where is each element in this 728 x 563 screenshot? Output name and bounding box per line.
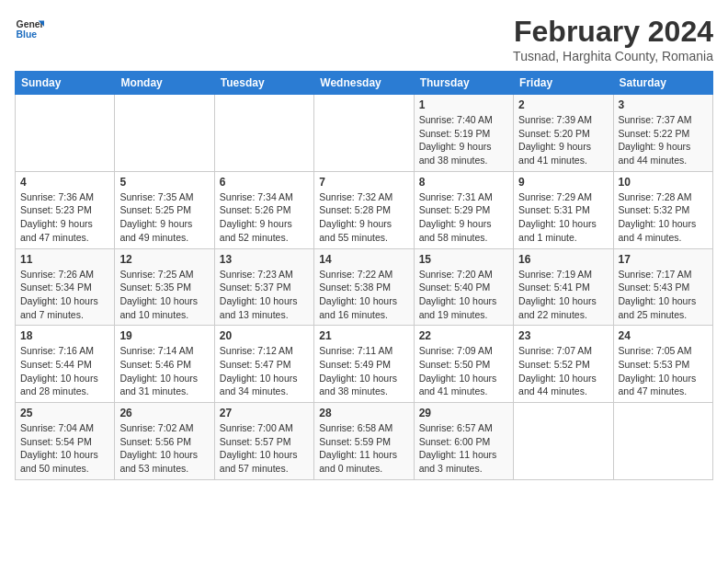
day-cell bbox=[214, 95, 313, 172]
day-number: 18 bbox=[20, 329, 109, 342]
day-cell bbox=[314, 95, 414, 172]
svg-text:Blue: Blue bbox=[17, 29, 38, 40]
day-info: Sunrise: 7:17 AM Sunset: 5:43 PM Dayligh… bbox=[619, 268, 708, 322]
day-cell: 7Sunrise: 7:32 AM Sunset: 5:28 PM Daylig… bbox=[314, 171, 414, 248]
day-info: Sunrise: 6:57 AM Sunset: 6:00 PM Dayligh… bbox=[419, 421, 508, 476]
day-cell: 17Sunrise: 7:17 AM Sunset: 5:43 PM Dayli… bbox=[613, 248, 712, 326]
day-number: 29 bbox=[419, 407, 508, 419]
calendar-title: February 2024 bbox=[513, 15, 713, 49]
day-cell: 10Sunrise: 7:28 AM Sunset: 5:32 PM Dayli… bbox=[613, 171, 712, 248]
logo: General Blue bbox=[15, 15, 44, 44]
day-cell: 18Sunrise: 7:16 AM Sunset: 5:44 PM Dayli… bbox=[16, 326, 115, 403]
weekday-header-thursday: Thursday bbox=[414, 72, 513, 95]
day-cell: 16Sunrise: 7:19 AM Sunset: 5:41 PM Dayli… bbox=[514, 248, 613, 326]
day-cell: 22Sunrise: 7:09 AM Sunset: 5:50 PM Dayli… bbox=[414, 326, 513, 403]
day-number: 28 bbox=[319, 407, 408, 419]
day-number: 12 bbox=[119, 253, 209, 266]
day-number: 27 bbox=[220, 407, 309, 419]
day-cell bbox=[16, 95, 115, 172]
calendar-table: SundayMondayTuesdayWednesdayThursdayFrid… bbox=[15, 71, 713, 480]
day-cell bbox=[613, 403, 712, 480]
day-cell: 19Sunrise: 7:14 AM Sunset: 5:46 PM Dayli… bbox=[115, 326, 214, 403]
day-number: 16 bbox=[518, 253, 608, 266]
day-info: Sunrise: 7:04 AM Sunset: 5:54 PM Dayligh… bbox=[20, 421, 109, 476]
day-cell: 4Sunrise: 7:36 AM Sunset: 5:23 PM Daylig… bbox=[16, 171, 115, 248]
day-number: 7 bbox=[319, 176, 408, 189]
day-number: 11 bbox=[20, 253, 109, 266]
day-cell: 2Sunrise: 7:39 AM Sunset: 5:20 PM Daylig… bbox=[514, 95, 613, 172]
day-info: Sunrise: 7:28 AM Sunset: 5:32 PM Dayligh… bbox=[619, 190, 708, 245]
day-number: 2 bbox=[518, 98, 608, 111]
day-number: 8 bbox=[419, 176, 508, 189]
day-cell: 13Sunrise: 7:23 AM Sunset: 5:37 PM Dayli… bbox=[214, 248, 313, 326]
calendar-subtitle: Tusnad, Harghita County, Romania bbox=[513, 49, 713, 63]
day-info: Sunrise: 7:40 AM Sunset: 5:19 PM Dayligh… bbox=[419, 113, 508, 167]
day-number: 24 bbox=[619, 329, 708, 342]
day-info: Sunrise: 7:35 AM Sunset: 5:25 PM Dayligh… bbox=[119, 190, 209, 245]
weekday-header-wednesday: Wednesday bbox=[314, 72, 414, 95]
day-info: Sunrise: 7:11 AM Sunset: 5:49 PM Dayligh… bbox=[319, 344, 408, 398]
day-number: 26 bbox=[119, 407, 209, 419]
day-info: Sunrise: 6:58 AM Sunset: 5:59 PM Dayligh… bbox=[319, 421, 408, 476]
day-info: Sunrise: 7:22 AM Sunset: 5:38 PM Dayligh… bbox=[319, 268, 408, 322]
day-info: Sunrise: 7:25 AM Sunset: 5:35 PM Dayligh… bbox=[119, 268, 209, 322]
day-cell: 24Sunrise: 7:05 AM Sunset: 5:53 PM Dayli… bbox=[613, 326, 712, 403]
day-info: Sunrise: 7:00 AM Sunset: 5:57 PM Dayligh… bbox=[220, 421, 309, 476]
day-info: Sunrise: 7:09 AM Sunset: 5:50 PM Dayligh… bbox=[419, 344, 508, 398]
weekday-header-monday: Monday bbox=[115, 72, 214, 95]
day-number: 22 bbox=[419, 329, 508, 342]
day-info: Sunrise: 7:29 AM Sunset: 5:31 PM Dayligh… bbox=[518, 190, 608, 245]
day-number: 13 bbox=[220, 253, 309, 266]
day-number: 4 bbox=[20, 176, 109, 189]
day-number: 1 bbox=[419, 98, 508, 111]
day-info: Sunrise: 7:37 AM Sunset: 5:22 PM Dayligh… bbox=[619, 113, 708, 167]
day-cell bbox=[115, 95, 214, 172]
day-cell: 1Sunrise: 7:40 AM Sunset: 5:19 PM Daylig… bbox=[414, 95, 513, 172]
day-number: 14 bbox=[319, 253, 408, 266]
day-info: Sunrise: 7:12 AM Sunset: 5:47 PM Dayligh… bbox=[220, 344, 309, 398]
day-info: Sunrise: 7:07 AM Sunset: 5:52 PM Dayligh… bbox=[518, 344, 608, 398]
day-number: 25 bbox=[20, 407, 109, 419]
day-cell: 11Sunrise: 7:26 AM Sunset: 5:34 PM Dayli… bbox=[16, 248, 115, 326]
week-row-2: 4Sunrise: 7:36 AM Sunset: 5:23 PM Daylig… bbox=[16, 171, 713, 248]
day-number: 21 bbox=[319, 329, 408, 342]
day-info: Sunrise: 7:23 AM Sunset: 5:37 PM Dayligh… bbox=[220, 268, 309, 322]
day-number: 10 bbox=[619, 176, 708, 189]
day-info: Sunrise: 7:39 AM Sunset: 5:20 PM Dayligh… bbox=[518, 113, 608, 167]
page-header: General Blue February 2024 Tusnad, Hargh… bbox=[15, 15, 713, 63]
day-number: 6 bbox=[220, 176, 309, 189]
day-cell: 3Sunrise: 7:37 AM Sunset: 5:22 PM Daylig… bbox=[613, 95, 712, 172]
day-info: Sunrise: 7:34 AM Sunset: 5:26 PM Dayligh… bbox=[220, 190, 309, 245]
day-cell: 28Sunrise: 6:58 AM Sunset: 5:59 PM Dayli… bbox=[314, 403, 414, 480]
day-cell: 25Sunrise: 7:04 AM Sunset: 5:54 PM Dayli… bbox=[16, 403, 115, 480]
day-info: Sunrise: 7:05 AM Sunset: 5:53 PM Dayligh… bbox=[619, 344, 708, 398]
weekday-header-tuesday: Tuesday bbox=[214, 72, 313, 95]
day-cell: 29Sunrise: 6:57 AM Sunset: 6:00 PM Dayli… bbox=[414, 403, 513, 480]
week-row-5: 25Sunrise: 7:04 AM Sunset: 5:54 PM Dayli… bbox=[16, 403, 713, 480]
day-cell bbox=[514, 403, 613, 480]
logo-icon: General Blue bbox=[15, 15, 44, 44]
day-info: Sunrise: 7:32 AM Sunset: 5:28 PM Dayligh… bbox=[319, 190, 408, 245]
day-info: Sunrise: 7:02 AM Sunset: 5:56 PM Dayligh… bbox=[119, 421, 209, 476]
day-cell: 26Sunrise: 7:02 AM Sunset: 5:56 PM Dayli… bbox=[115, 403, 214, 480]
day-info: Sunrise: 7:16 AM Sunset: 5:44 PM Dayligh… bbox=[20, 344, 109, 398]
day-info: Sunrise: 7:20 AM Sunset: 5:40 PM Dayligh… bbox=[419, 268, 508, 322]
day-cell: 27Sunrise: 7:00 AM Sunset: 5:57 PM Dayli… bbox=[214, 403, 313, 480]
weekday-header-row: SundayMondayTuesdayWednesdayThursdayFrid… bbox=[16, 72, 713, 95]
day-cell: 23Sunrise: 7:07 AM Sunset: 5:52 PM Dayli… bbox=[514, 326, 613, 403]
day-number: 19 bbox=[119, 329, 209, 342]
day-info: Sunrise: 7:14 AM Sunset: 5:46 PM Dayligh… bbox=[119, 344, 209, 398]
day-number: 5 bbox=[119, 176, 209, 189]
day-cell: 20Sunrise: 7:12 AM Sunset: 5:47 PM Dayli… bbox=[214, 326, 313, 403]
day-info: Sunrise: 7:36 AM Sunset: 5:23 PM Dayligh… bbox=[20, 190, 109, 245]
day-cell: 9Sunrise: 7:29 AM Sunset: 5:31 PM Daylig… bbox=[514, 171, 613, 248]
week-row-3: 11Sunrise: 7:26 AM Sunset: 5:34 PM Dayli… bbox=[16, 248, 713, 326]
day-info: Sunrise: 7:31 AM Sunset: 5:29 PM Dayligh… bbox=[419, 190, 508, 245]
day-info: Sunrise: 7:26 AM Sunset: 5:34 PM Dayligh… bbox=[20, 268, 109, 322]
week-row-1: 1Sunrise: 7:40 AM Sunset: 5:19 PM Daylig… bbox=[16, 95, 713, 172]
day-number: 9 bbox=[518, 176, 608, 189]
day-number: 23 bbox=[518, 329, 608, 342]
day-cell: 14Sunrise: 7:22 AM Sunset: 5:38 PM Dayli… bbox=[314, 248, 414, 326]
week-row-4: 18Sunrise: 7:16 AM Sunset: 5:44 PM Dayli… bbox=[16, 326, 713, 403]
day-cell: 6Sunrise: 7:34 AM Sunset: 5:26 PM Daylig… bbox=[214, 171, 313, 248]
